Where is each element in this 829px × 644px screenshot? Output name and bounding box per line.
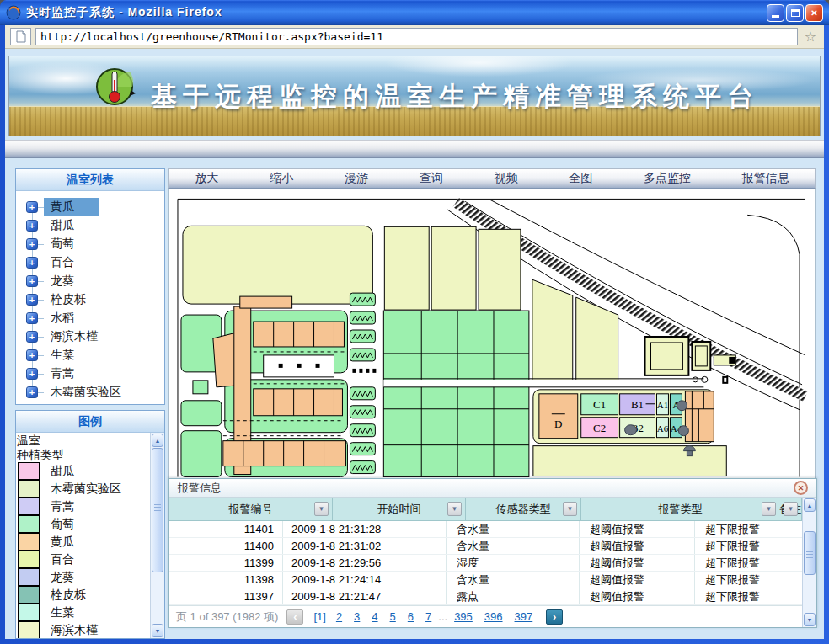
legend-entry-label: 龙葵 [51,570,74,585]
page-link[interactable]: 396 [484,610,503,623]
expand-plus-icon[interactable]: + [26,238,38,250]
tree-item[interactable]: + 栓皮栎 [16,290,164,309]
page-link[interactable]: 5 [390,610,396,623]
column-filter-button[interactable]: ▼ [784,502,798,516]
toolbar-item[interactable]: 多点监控 [644,171,691,186]
maximize-button[interactable] [786,4,804,22]
cell-remark: 超下限报警 [695,538,802,554]
page-link[interactable]: 2 [336,610,342,623]
tree-item-label[interactable]: 葡萄 [44,235,81,253]
tree-item[interactable]: + 龙葵 [16,272,164,290]
column-header[interactable]: 开始时间 ▼ [333,498,466,520]
column-header[interactable]: 报警类型 ▼ [581,498,779,520]
column-header[interactable]: 传感器类型 ▼ [466,498,581,520]
expand-plus-icon[interactable]: + [26,220,38,232]
legend-scrollbar[interactable]: ▲ ▼ [150,433,164,638]
scrollbar-thumb[interactable] [804,531,816,575]
page-link[interactable]: 7 [425,610,431,623]
close-button[interactable]: ✕ [805,4,823,22]
pagination-ellipsis: ... [438,610,447,623]
expand-plus-icon[interactable]: + [26,294,38,306]
expand-plus-icon[interactable]: + [26,368,38,380]
toolbar-item[interactable]: 报警信息 [742,171,789,186]
tree-item-label[interactable]: 青蒿 [44,365,81,383]
alarm-panel-titlebar[interactable]: 报警信息 ✕ [169,479,816,498]
expand-plus-icon[interactable]: + [26,349,38,361]
table-row[interactable]: 11398 2009-1-8 21:24:14 含水量 超阈值报警 超下限报警 [169,572,802,588]
scroll-up-icon[interactable]: ▲ [804,498,816,512]
tree-item-label[interactable]: 木霉菌实验区 [44,383,128,402]
scrollbar-thumb[interactable] [152,448,163,572]
table-row[interactable]: 11401 2009-1-8 21:31:28 含水量 超阈值报警 超下限报警 [169,521,802,538]
cell-remark: 超下限报警 [695,555,802,571]
table-row[interactable]: 11397 2009-1-8 21:21:47 露点 超阈值报警 超下限报警 [169,588,802,605]
alarm-table-scrollbar[interactable]: ▲ ▼ [802,498,816,627]
page-link[interactable]: 3 [354,610,360,623]
minimize-button[interactable] [767,4,784,22]
column-filter-button[interactable]: ▼ [762,502,776,516]
table-row[interactable]: 11400 2009-1-8 21:31:02 含水量 超阈值报警 超下限报警 [169,538,802,555]
toolbar-item[interactable]: 视频 [494,171,517,186]
page-link[interactable]: 395 [454,610,473,623]
tree-item-label[interactable]: 海滨木槿 [44,327,104,346]
column-header[interactable]: 报警编号 ▼ [169,498,333,520]
zone-d [539,394,578,439]
page-link[interactable]: 6 [408,610,414,623]
tree-item[interactable]: + 葡萄 [16,235,164,253]
tree-item[interactable]: + 黄瓜 [16,198,164,216]
expand-plus-icon[interactable]: + [26,257,38,269]
tree-item[interactable]: + 水稻 [16,309,164,327]
page-link[interactable]: 397 [515,610,533,623]
cell-alarm-id: 11398 [169,572,283,588]
legend-color-swatch [18,533,40,551]
greenhouse-list-title: 温室列表 [16,169,164,191]
next-page-button[interactable]: › [546,609,563,625]
column-filter-button[interactable]: ▼ [314,502,329,516]
tree-item-label[interactable]: 生菜 [44,346,81,365]
tree-item[interactable]: + 木霉菌实验区 [16,383,164,402]
column-filter-button[interactable]: ▼ [447,502,462,516]
greenhouse-list-panel: 温室列表 + 黄瓜 + 甜瓜 + [15,168,165,405]
toolbar-item[interactable]: 全图 [569,171,592,186]
scroll-down-icon[interactable]: ▼ [804,613,816,626]
toolbar-item[interactable]: 漫游 [345,171,368,186]
bookmark-star-icon[interactable]: ☆ [802,29,819,45]
prev-page-button[interactable]: ‹ [286,609,303,625]
tree-item-label[interactable]: 甜瓜 [44,216,81,235]
table-row[interactable]: 11399 2009-1-8 21:29:56 湿度 超阈值报警 超下限报警 [169,555,802,572]
tree-item[interactable]: + 甜瓜 [16,216,164,235]
tree-item-label[interactable]: 栓皮栎 [44,290,93,309]
alarm-close-icon[interactable]: ✕ [794,481,808,495]
scroll-down-icon[interactable]: ▼ [152,624,163,637]
expand-plus-icon[interactable]: + [26,331,38,343]
tree-item-label[interactable]: 水稻 [44,309,81,327]
toolbar-item[interactable]: 缩小 [270,171,293,186]
tree-connector [38,355,44,356]
legend-entry: 生菜 [17,604,150,621]
tree-item-label[interactable]: 龙葵 [44,272,81,290]
tree-item[interactable]: + 海滨木槿 [16,327,164,346]
legend-entry-label: 青蒿 [51,499,74,514]
scroll-up-icon[interactable]: ▲ [152,434,163,447]
tree-item-label[interactable]: 黄瓜 [44,198,99,216]
tree-connector [38,263,44,263]
column-filter-button[interactable]: ▼ [563,502,577,516]
tree-connector [38,374,44,375]
cell-remark: 超下限报警 [695,521,802,537]
url-input[interactable] [35,28,798,45]
column-header[interactable]: 备注 ▼ [779,498,802,520]
cell-sensor-type: 含水量 [447,538,580,554]
cell-start-time: 2009-1-8 21:21:47 [283,588,447,604]
tree-item[interactable]: + 青蒿 [16,365,164,383]
toolbar-item[interactable]: 查询 [420,171,443,186]
tree-item[interactable]: + 生菜 [16,346,164,365]
tree-item[interactable]: + 百合 [16,253,164,272]
window-titlebar[interactable]: 实时监控子系统 - Mozilla Firefox ✕ [0,0,829,25]
expand-plus-icon[interactable]: + [26,201,38,213]
expand-plus-icon[interactable]: + [26,386,38,398]
page-link[interactable]: 4 [372,610,377,623]
tree-item-label[interactable]: 百合 [44,253,81,272]
toolbar-item[interactable]: 放大 [195,171,218,186]
expand-plus-icon[interactable]: + [26,312,38,324]
expand-plus-icon[interactable]: + [26,275,38,287]
